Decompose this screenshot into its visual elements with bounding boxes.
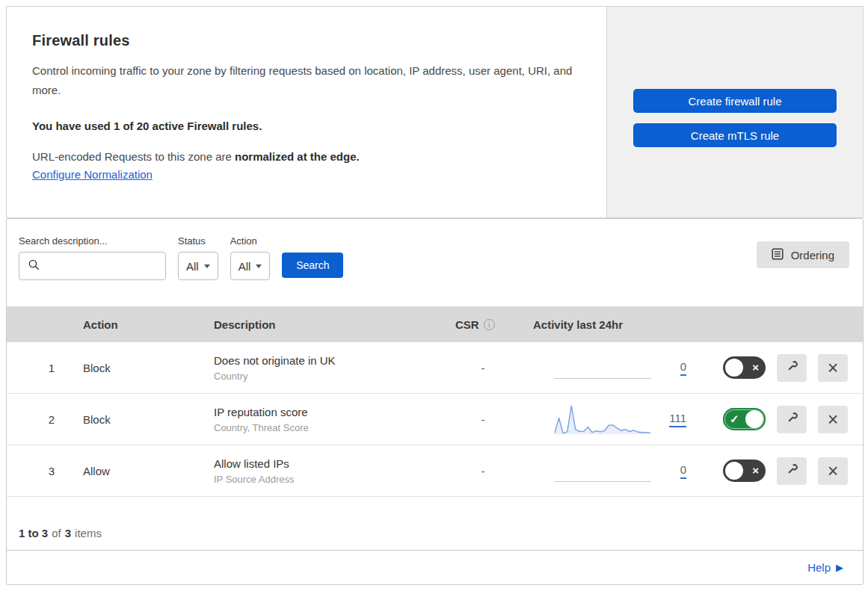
wrench-icon: [785, 462, 799, 479]
rule-csr-value: -: [451, 465, 515, 477]
search-group: Search description...: [19, 235, 166, 280]
search-button[interactable]: Search: [282, 253, 343, 278]
normalization-note: URL-encoded Requests to this zone are no…: [32, 150, 581, 163]
edit-rule-button[interactable]: [777, 406, 807, 433]
rule-activity: 111: [515, 402, 691, 436]
cta-panel: Create firewall rule Create mTLS rule: [607, 6, 864, 218]
activity-count-link[interactable]: 111: [669, 412, 686, 427]
rule-enable-toggle[interactable]: ✓: [723, 408, 766, 430]
wrench-icon: [785, 411, 799, 427]
rule-controls: × ×: [723, 354, 863, 382]
toggle-knob: [725, 462, 743, 480]
total-text: 3: [65, 527, 71, 539]
edit-rule-button[interactable]: [777, 457, 807, 485]
rule-description: Does not originate in UK Country: [214, 354, 451, 382]
rule-description: Allow listed IPs IP Source Address: [214, 457, 451, 485]
toggle-state-icon: ✓: [730, 412, 739, 426]
help-link[interactable]: Help: [807, 561, 831, 574]
configure-normalization-link[interactable]: Configure Normalization: [32, 168, 153, 181]
rule-fields: IP Source Address: [214, 474, 451, 485]
edit-rule-button[interactable]: [777, 354, 807, 382]
wrench-icon: [785, 359, 799, 376]
create-mtls-rule-button[interactable]: Create mTLS rule: [633, 123, 837, 147]
rule-number: 1: [7, 362, 83, 374]
action-label: Action: [230, 235, 271, 247]
column-csr-label: CSR: [455, 318, 479, 331]
status-dropdown-value: All: [186, 260, 199, 273]
range-text: 1 to 3: [19, 527, 48, 539]
toggle-knob: [745, 410, 763, 428]
close-icon: ×: [828, 359, 839, 377]
column-action: Action: [83, 318, 214, 331]
rule-title: Allow listed IPs: [214, 457, 451, 470]
rules-card: Search description... Status All Action …: [6, 218, 864, 585]
delete-rule-button[interactable]: ×: [818, 457, 848, 485]
rule-controls: × ×: [723, 457, 863, 485]
close-icon: ×: [828, 410, 839, 429]
rule-csr-value: -: [451, 362, 515, 374]
rule-fields: Country: [214, 371, 451, 382]
page-title: Firewall rules: [32, 32, 581, 49]
rule-title: IP reputation score: [214, 406, 451, 418]
ordering-button[interactable]: Ordering: [757, 241, 849, 268]
ordering-list-icon: [772, 248, 784, 262]
toggle-state-icon: ×: [752, 361, 759, 374]
search-icon: [28, 259, 40, 274]
chevron-down-icon: [256, 264, 262, 268]
help-row: Help ▶: [7, 550, 863, 584]
top-band: Firewall rules Control incoming traffic …: [6, 6, 864, 218]
rule-activity: 0: [515, 460, 691, 482]
column-csr: CSR i: [451, 318, 515, 331]
table-row: 1 Block Does not originate in UK Country…: [7, 342, 863, 394]
rule-csr-value: -: [451, 413, 515, 426]
sparkline-chart: [554, 402, 651, 436]
filter-bar: Search description... Status All Action …: [7, 219, 863, 306]
chevron-down-icon: [204, 264, 210, 268]
activity-count-link[interactable]: 0: [680, 463, 686, 479]
rule-title: Does not originate in UK: [214, 354, 451, 367]
status-label: Status: [178, 235, 218, 247]
column-description: Description: [214, 318, 451, 331]
rule-controls: ✓ ×: [723, 406, 863, 433]
table-row: 2 Block IP reputation score Country, Thr…: [7, 394, 863, 445]
normalization-text: URL-encoded Requests to this zone are: [32, 150, 235, 163]
rule-enable-toggle[interactable]: ×: [723, 460, 766, 482]
ordering-button-label: Ordering: [791, 249, 834, 262]
delete-rule-button[interactable]: ×: [818, 354, 848, 382]
activity-count-link[interactable]: 0: [680, 360, 686, 376]
toggle-knob: [725, 359, 743, 377]
rule-action: Block: [83, 413, 214, 426]
rule-number: 2: [7, 413, 83, 426]
normalization-bold: normalized at the edge.: [235, 150, 360, 163]
info-icon[interactable]: i: [484, 319, 495, 330]
help-arrow-icon: ▶: [836, 562, 843, 573]
usage-summary: You have used 1 of 20 active Firewall ru…: [32, 120, 581, 132]
rule-activity: 0: [515, 357, 691, 379]
rule-number: 3: [7, 465, 83, 477]
action-dropdown[interactable]: All: [230, 252, 271, 280]
items-text: items: [75, 527, 102, 539]
activity-sparkline-empty: [554, 357, 651, 379]
action-dropdown-value: All: [238, 260, 251, 273]
rule-fields: Country, Threat Score: [214, 422, 451, 433]
pagination-summary: 1 to 3 of 3 items: [7, 497, 863, 550]
create-firewall-rule-button[interactable]: Create firewall rule: [633, 89, 837, 113]
rule-enable-toggle[interactable]: ×: [723, 356, 766, 379]
rule-description: IP reputation score Country, Threat Scor…: [214, 406, 451, 433]
activity-flatline: [554, 481, 651, 482]
intro-card: Firewall rules Control incoming traffic …: [6, 6, 607, 218]
rule-action: Allow: [83, 465, 214, 477]
column-activity: Activity last 24hr: [515, 318, 691, 331]
of-text: of: [52, 527, 61, 539]
activity-sparkline: [554, 402, 651, 436]
search-input[interactable]: [19, 252, 166, 280]
delete-rule-button[interactable]: ×: [818, 406, 848, 433]
page-description: Control incoming traffic to your zone by…: [32, 61, 578, 101]
status-dropdown[interactable]: All: [178, 252, 218, 280]
activity-flatline: [554, 378, 651, 379]
firewall-rules-page: Firewall rules Control incoming traffic …: [0, 0, 868, 591]
status-filter-group: Status All: [178, 235, 218, 280]
rule-action: Block: [83, 362, 214, 374]
action-filter-group: Action All: [230, 235, 271, 280]
table-header: Action Description CSR i Activity last 2…: [7, 306, 863, 342]
